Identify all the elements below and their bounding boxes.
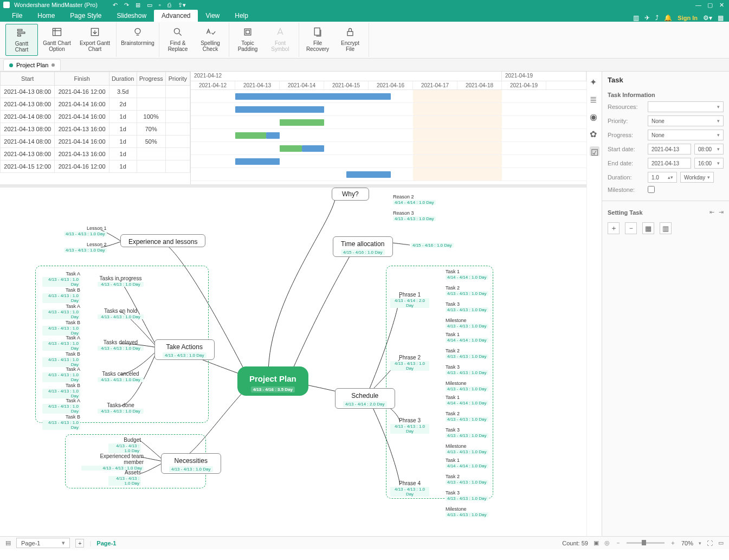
phrase-task[interactable]: Milestone4/13 - 4/13 : 1.0 Day [446, 381, 488, 391]
table-row[interactable]: 2021-04-13 08:002021-04-14 16:002d [1, 98, 190, 111]
remove-task-button[interactable]: － [625, 222, 637, 234]
take-group[interactable]: Tasks done4/13 - 4/13 : 1.0 Day [98, 402, 144, 414]
undo-icon[interactable]: ↶ [113, 2, 118, 9]
take-leaf[interactable]: Task B4/13 - 4/13 : 1.0 Day [42, 414, 80, 430]
menu-page-style[interactable]: Page Style [62, 10, 109, 22]
duration-input[interactable]: 1.0▴▾ [648, 172, 677, 183]
leaf-reason-2[interactable]: Reason 2 4/14 - 4/14 : 1.0 Day [393, 194, 436, 205]
mindmap-canvas[interactable]: Project Plan 4/13 - 4/16 : 3.5 Day Why? … [0, 188, 586, 536]
page-button[interactable]: Page-1 [96, 540, 116, 546]
doc-tab-project-plan[interactable]: Project Plan [3, 59, 61, 70]
export-icon[interactable]: ⇪▾ [178, 2, 186, 9]
redo-icon[interactable]: ↷ [124, 2, 129, 9]
close-icon[interactable]: ✕ [719, 2, 726, 8]
col-start[interactable]: Start [1, 72, 55, 86]
fit-icon[interactable]: ▣ [593, 539, 599, 546]
table-row[interactable]: 2021-04-13 08:002021-04-16 12:003.5d [1, 86, 190, 98]
node-time-allocation[interactable]: Time allocation 4/15 - 4/16 : 1.0 Day [333, 236, 393, 257]
spelling-button[interactable]: Spelling Check [194, 24, 227, 56]
col-priority[interactable]: Priority [165, 72, 190, 86]
page-select[interactable]: Page-1 [16, 538, 70, 548]
style-icon[interactable]: ✦ [590, 77, 599, 87]
indent-right-icon[interactable]: ⇥ [719, 209, 724, 216]
gantt-row[interactable] [191, 129, 586, 142]
new-icon[interactable]: ⊞ [136, 2, 140, 9]
node-schedule[interactable]: Schedule 4/13 - 4/14 : 2.0 Day [335, 388, 395, 409]
node-root[interactable]: Project Plan 4/13 - 4/16 : 3.5 Day [237, 366, 308, 396]
take-leaf[interactable]: Task A4/13 - 4/13 : 1.0 Day [42, 366, 80, 382]
phrase-task[interactable]: Task 24/13 - 4/13 : 1.0 Day [446, 285, 488, 296]
take-leaf[interactable]: Task A4/13 - 4/13 : 1.0 Day [42, 271, 80, 287]
leaf-lesson-1[interactable]: Lesson 1 4/13 - 4/13 : 1.0 Day [64, 226, 107, 236]
zoom-out-button[interactable]: － [615, 539, 621, 547]
phrase-task[interactable]: Milestone4/13 - 4/13 : 1.0 Day [446, 318, 488, 329]
start-time-input[interactable]: 08:00 [694, 144, 724, 155]
node-experience[interactable]: Experience and lessons [120, 234, 205, 247]
gantt-row[interactable] [191, 155, 586, 168]
task-icon[interactable]: ☑ [590, 146, 599, 156]
gantt-row[interactable] [191, 168, 586, 181]
phrase-task[interactable]: Task 24/13 - 4/13 : 1.0 Day [446, 348, 488, 359]
leaf-lesson-2[interactable]: Lesson 2 4/13 - 4/13 : 1.0 Day [64, 242, 107, 253]
topic-padding-button[interactable]: Topic Padding [231, 24, 264, 56]
cloud-icon[interactable]: ▥ [633, 14, 639, 22]
iconset-icon[interactable]: ◉ [590, 112, 599, 121]
gift-icon[interactable]: ⚙▾ [703, 14, 712, 22]
phrase-task[interactable]: Task 24/13 - 4/13 : 1.0 Day [446, 474, 488, 485]
table-row[interactable]: 2021-04-14 08:002021-04-14 16:001d50% [1, 136, 190, 148]
necess-budget[interactable]: Budget 4/13 - 4/13 : 1.0 Day [108, 437, 141, 453]
indent-left-icon[interactable]: ⇤ [709, 209, 714, 216]
gantt-row[interactable] [191, 103, 586, 116]
phrase-node[interactable]: Phrase 44/13 - 4/13 : 1.0 Day [390, 480, 429, 497]
gantt-chart[interactable]: 2021-04-12 2021-04-19 2021-04-122021-04-… [191, 72, 586, 184]
phrase-node[interactable]: Phrase 34/13 - 4/13 : 1.0 Day [390, 417, 429, 434]
take-leaf[interactable]: Task A4/13 - 4/13 : 1.0 Day [42, 304, 80, 319]
take-leaf[interactable]: Task B4/13 - 4/13 : 1.0 Day [42, 383, 80, 398]
open-icon[interactable]: ▭ [147, 2, 152, 9]
menu-view[interactable]: View [198, 10, 227, 22]
phrase-task[interactable]: Task 14/14 - 4/14 : 1.0 Day [446, 269, 488, 280]
find-replace-button[interactable]: Find & Replace [162, 24, 194, 56]
minimize-icon[interactable]: — [695, 2, 702, 8]
necess-assets[interactable]: Assets 4/13 - 4/13 : 1.0 Day [108, 469, 141, 486]
table-row[interactable]: 2021-04-13 08:002021-04-13 16:001d [1, 148, 190, 160]
col-progress[interactable]: Progress [137, 72, 165, 86]
priority-select[interactable]: None [648, 115, 724, 126]
bell-icon[interactable]: 🔔 [664, 14, 672, 22]
outline-view-icon[interactable]: ▤ [5, 539, 11, 546]
phrase-node[interactable]: Phrase 14/13 - 4/14 : 2.0 Day [390, 292, 429, 308]
take-leaf[interactable]: Task B4/13 - 4/13 : 1.0 Day [42, 320, 80, 336]
send-icon[interactable]: ✈ [644, 14, 650, 22]
phrase-task[interactable]: Task 34/13 - 4/13 : 1.0 Day [446, 364, 488, 375]
phrase-task[interactable]: Task 14/14 - 4/14 : 1.0 Day [446, 458, 488, 468]
add-page-button[interactable]: + [75, 539, 84, 548]
phrase-node[interactable]: Phrase 24/13 - 4/13 : 1.0 Day [390, 355, 429, 371]
table-row[interactable]: 2021-04-15 12:002021-04-16 12:001d [1, 160, 190, 173]
resources-select[interactable] [648, 101, 724, 112]
zoom-slider[interactable] [627, 542, 665, 544]
grid-task-button[interactable]: ▦ [642, 222, 654, 234]
grid2-task-button[interactable]: ▥ [660, 222, 672, 234]
milestone-checkbox[interactable] [648, 186, 655, 193]
progress-select[interactable]: None [648, 130, 724, 140]
node-necessities[interactable]: Necessities 4/13 - 4/13 : 1.0 Day [161, 453, 221, 474]
leaf-reason-3[interactable]: Reason 3 4/13 - 4/13 : 1.0 Day [393, 210, 436, 221]
node-why[interactable]: Why? [332, 188, 369, 201]
phrase-task[interactable]: Task 34/13 - 4/13 : 1.0 Day [446, 301, 488, 312]
fullscreen-icon[interactable]: ⛶ [707, 540, 713, 546]
signin-button[interactable]: Sign In [678, 15, 698, 21]
take-leaf[interactable]: Task B4/13 - 4/13 : 1.0 Day [42, 351, 80, 367]
print-icon[interactable]: ⎙ [167, 2, 171, 9]
maximize-icon[interactable]: ▢ [707, 2, 714, 8]
phrase-task[interactable]: Task 34/13 - 4/13 : 1.0 Day [446, 427, 488, 438]
menu-slideshow[interactable]: Slideshow [109, 10, 154, 22]
clipart-icon[interactable]: ✿ [590, 129, 599, 139]
menu-home[interactable]: Home [30, 10, 62, 22]
phrase-task[interactable]: Task 14/14 - 4/14 : 1.0 Day [446, 332, 488, 343]
table-row[interactable]: 2021-04-13 08:002021-04-13 16:001d70% [1, 123, 190, 136]
col-duration[interactable]: Duration [109, 72, 137, 86]
node-take-actions[interactable]: Take Actions 4/13 - 4/13 : 1.0 Day [154, 339, 215, 360]
gantt-row[interactable] [191, 116, 586, 129]
zoom-in-button[interactable]: ＋ [670, 539, 676, 547]
encrypt-button[interactable]: Encrypt File [334, 24, 366, 56]
